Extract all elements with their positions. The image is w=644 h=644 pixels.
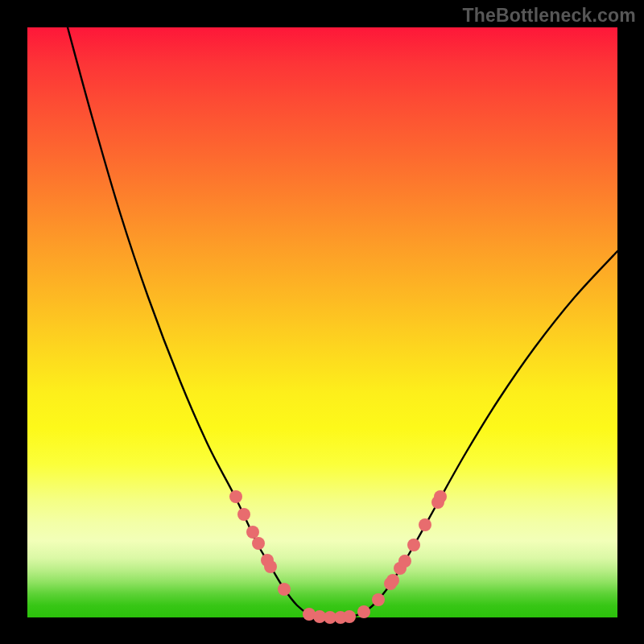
chart-frame: TheBottleneck.com [0, 0, 644, 644]
curve-dot [237, 508, 250, 521]
plot-area [27, 27, 617, 617]
curve-dot [398, 555, 411, 568]
curve-dot [343, 610, 356, 623]
curve-dot [407, 539, 420, 551]
curve-dot [246, 526, 259, 539]
curve-dot [229, 490, 242, 503]
curve-svg [27, 27, 617, 617]
curve-dot [434, 490, 447, 503]
curve-dot [278, 583, 291, 596]
bottleneck-curve [68, 27, 617, 617]
curve-dot [372, 593, 385, 606]
curve-dot [264, 560, 277, 573]
curve-dots [229, 490, 447, 624]
curve-dot [252, 537, 265, 550]
curve-dot [419, 518, 431, 531]
curve-dot [357, 605, 370, 618]
curve-dot [386, 574, 399, 587]
watermark-text: TheBottleneck.com [462, 5, 636, 27]
